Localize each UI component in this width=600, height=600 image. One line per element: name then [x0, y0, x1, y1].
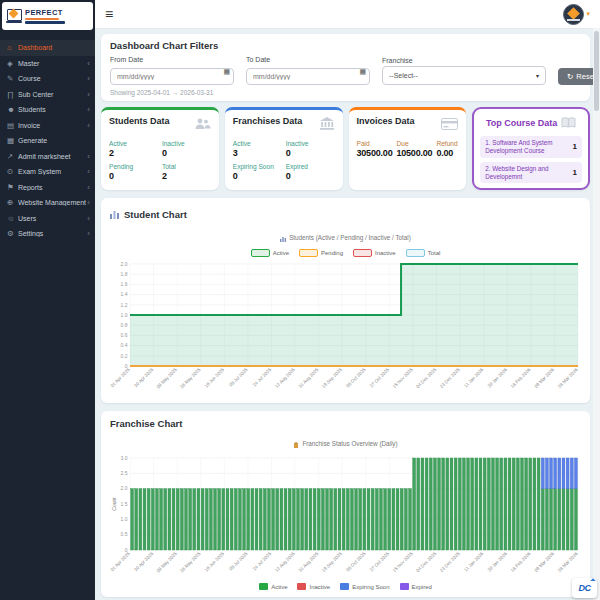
sidebar-nav: ⌂ Dashboard ◈ Master ‹ ✎ Course ‹ ∏ Sub … [0, 40, 95, 242]
sidebar-item-sub-center[interactable]: ∏ Sub Center ‹ [0, 87, 95, 103]
svg-text:1.5: 1.5 [121, 501, 128, 507]
sidebar-item-exam-system[interactable]: ⊙ Exam System ‹ [0, 164, 95, 180]
sidebar-item-invoice[interactable]: ▤ Invoice ‹ [0, 118, 95, 134]
user-menu[interactable]: ▾ [563, 4, 590, 25]
svg-text:23 Dec 2025: 23 Dec 2025 [439, 367, 461, 389]
svg-text:2.5: 2.5 [121, 470, 128, 476]
sidebar-item-master[interactable]: ◈ Master ‹ [0, 56, 95, 72]
franchise-chart-legend[interactable]: ActiveInactiveExpiring SoonExpired [110, 583, 581, 590]
franchise-chart-panel: Franchise Chart Franchise Status Overvie… [101, 411, 590, 597]
sidebar-item-users[interactable]: ☺ Users ‹ [0, 211, 95, 227]
svg-text:28 Mar 2026: 28 Mar 2026 [557, 367, 579, 389]
invoices-data-card: Invoices Data Paid30500.00 Due10500.00 R… [349, 107, 467, 190]
generate-icon: ▦ [7, 136, 18, 145]
to-date-input[interactable] [246, 68, 370, 85]
top-course-data-card: Top Course Data 1. Software And System D… [472, 107, 590, 190]
scrollbar-thumb[interactable] [594, 31, 599, 111]
sidebar-item-website-management[interactable]: ⊕ Website Management ‹ [0, 195, 95, 211]
chevron-icon: ‹ [87, 183, 90, 192]
svg-text:0.8: 0.8 [121, 322, 128, 328]
svg-text:24 Jul 2025: 24 Jul 2025 [252, 367, 273, 388]
svg-text:0.6: 0.6 [121, 333, 128, 339]
svg-text:0.5: 0.5 [121, 532, 128, 538]
franchises-data-card: Franchises Data Active3 Inactive0 Expiri… [225, 107, 343, 190]
svg-text:09 May 2025: 09 May 2025 [156, 551, 179, 574]
chevron-icon: ‹ [87, 152, 90, 161]
chevron-down-icon: ▾ [586, 10, 590, 18]
chevron-icon: ‹ [87, 214, 90, 223]
svg-text:05 Jul 2025: 05 Jul 2025 [228, 367, 249, 388]
sidebar-item-dashboard[interactable]: ⌂ Dashboard [0, 40, 95, 56]
sidebar: PERFECT ⌂ Dashboard ◈ Master ‹ ✎ Course … [0, 0, 95, 600]
svg-text:18 Feb 2026: 18 Feb 2026 [510, 551, 532, 573]
franchise-select[interactable]: --Select-- ▾ [382, 66, 546, 85]
chevron-icon: ‹ [87, 105, 90, 114]
top-course-item[interactable]: 1. Software And System Development Cours… [480, 136, 582, 158]
showing-range-text: Showing 2025-04-01 → 2026-03-31 [110, 89, 581, 96]
calendar-icon[interactable]: ▦ [359, 68, 366, 76]
select-caret-icon: ▾ [536, 72, 539, 79]
chevron-icon: ‹ [87, 229, 90, 238]
svg-text:08 Oct 2025: 08 Oct 2025 [345, 551, 367, 573]
top-course-item[interactable]: 2. Website Design and Developemnt 1 [480, 162, 582, 184]
svg-text:30 Jan 2026: 30 Jan 2026 [487, 367, 509, 389]
calendar-icon[interactable]: ▦ [223, 68, 230, 76]
refresh-icon: ↻ [567, 72, 573, 81]
student-chart-subtitle: Students (Active / Pending / Inactive / … [289, 234, 411, 241]
student-chart-panel: Student Chart Students (Active / Pending… [101, 198, 590, 403]
logo-subtitle-bar [25, 18, 59, 20]
dashboard-filters-panel: Dashboard Chart Filters From Date ▦ To D… [101, 34, 590, 101]
filters-title: Dashboard Chart Filters [110, 40, 581, 51]
main-area: ≡ ▾ Dashboard Chart Filters From Date ▦ [95, 0, 600, 600]
sidebar-item-course[interactable]: ✎ Course ‹ [0, 71, 95, 87]
building-icon [293, 434, 299, 452]
student-chart: 2.01.81.61.41.21.00.80.60.40.2001 Apr 20… [110, 259, 581, 400]
svg-text:1.0: 1.0 [121, 312, 128, 318]
svg-text:16 Jun 2025: 16 Jun 2025 [204, 367, 226, 389]
logo-subtitle-bar2 [25, 21, 65, 24]
svg-text:08 Oct 2025: 08 Oct 2025 [345, 367, 367, 389]
stat-cards-row: Students Data Active2 Inactive0 Pending0… [101, 107, 590, 190]
hamburger-menu-icon[interactable]: ≡ [105, 7, 113, 21]
svg-text:11 Jan 2026: 11 Jan 2026 [463, 551, 484, 572]
credit-card-icon [441, 116, 458, 134]
sub-center-icon: ∏ [7, 90, 18, 99]
sidebar-item-generate[interactable]: ▦ Generate [0, 133, 95, 149]
course-count-badge: 1 [573, 168, 577, 177]
svg-text:24 Jul 2025: 24 Jul 2025 [252, 551, 273, 572]
from-date-input[interactable] [110, 68, 234, 85]
students-data-card: Students Data Active2 Inactive0 Pending0… [101, 107, 219, 190]
svg-text:31 Aug 2025: 31 Aug 2025 [298, 367, 320, 389]
exam-system-icon: ⊙ [7, 167, 18, 176]
reports-icon: ⚑ [7, 183, 18, 192]
svg-text:15 Nov 2025: 15 Nov 2025 [392, 367, 414, 389]
svg-text:2.0: 2.0 [121, 486, 128, 492]
svg-text:3.0: 3.0 [121, 455, 128, 461]
app-logo[interactable]: PERFECT [2, 2, 93, 30]
svg-text:15 Nov 2025: 15 Nov 2025 [392, 551, 414, 573]
svg-text:11 Jan 2026: 11 Jan 2026 [463, 367, 484, 388]
svg-text:04 Dec 2025: 04 Dec 2025 [415, 367, 437, 389]
to-date-label: To Date [246, 56, 370, 63]
top-course-title: Top Course Data [486, 118, 557, 128]
sidebar-item-settings[interactable]: ⚙ Settings ‹ [0, 226, 95, 242]
course-icon: ✎ [7, 74, 18, 83]
logo-title: PERFECT [25, 9, 65, 17]
svg-text:28 May 2025: 28 May 2025 [179, 551, 202, 574]
app-root: PERFECT ⌂ Dashboard ◈ Master ‹ ✎ Course … [0, 0, 600, 600]
franchise-label: Franchise [382, 57, 546, 64]
svg-text:20 Apr 2025: 20 Apr 2025 [133, 367, 154, 388]
dashboard-icon: ⌂ [7, 43, 18, 52]
svg-text:01 Apr 2025: 01 Apr 2025 [110, 367, 131, 388]
student-chart-legend[interactable]: ActivePendingInactiveTotal [110, 249, 581, 257]
chevron-icon: ‹ [87, 90, 90, 99]
dc-badge[interactable]: DC [572, 578, 597, 598]
svg-text:1.0: 1.0 [121, 516, 128, 522]
chevron-icon: ‹ [87, 121, 90, 130]
sidebar-item-reports[interactable]: ⚑ Reports ‹ [0, 180, 95, 196]
sidebar-item-admit-marksheet[interactable]: ↗ Admit marksheet ‹ [0, 149, 95, 165]
vertical-scrollbar[interactable] [593, 28, 600, 600]
sidebar-item-students[interactable]: ☻ Students ‹ [0, 102, 95, 118]
invoice-icon: ▤ [7, 121, 18, 130]
bank-icon [319, 116, 335, 134]
